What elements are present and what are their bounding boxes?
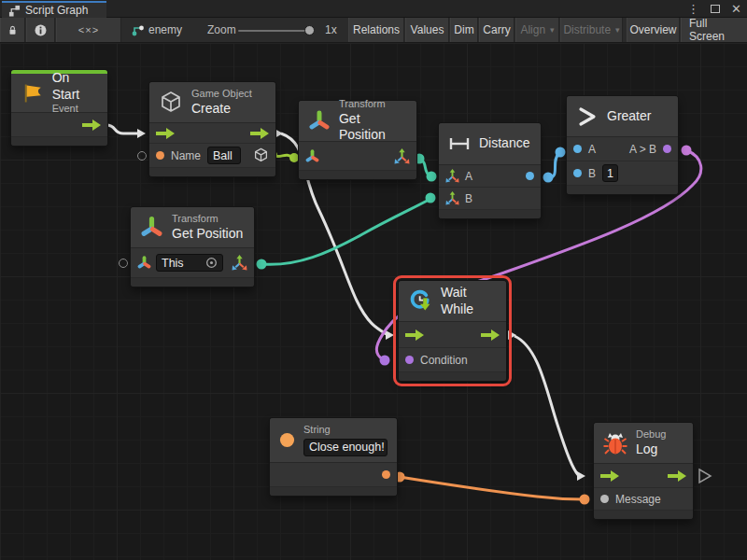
window-maximize-icon[interactable]	[711, 5, 720, 13]
node-title: Greater	[607, 108, 651, 125]
string-input-port[interactable]	[156, 151, 164, 160]
string-output-port[interactable]	[382, 470, 390, 479]
flow-output-port[interactable]	[82, 119, 101, 131]
node-title: Log	[636, 441, 666, 458]
number-input-port[interactable]	[573, 145, 582, 153]
flow-output-port[interactable]	[250, 128, 269, 139]
number-input-port[interactable]	[573, 169, 582, 177]
port-label-b: B	[588, 167, 596, 180]
zoom-slider-handle[interactable]	[304, 25, 315, 35]
node-on-start[interactable]: On Start Event	[11, 70, 107, 146]
greater-icon	[576, 105, 599, 128]
port-label-condition: Condition	[420, 354, 468, 367]
carry-button[interactable]: Carry	[479, 18, 514, 42]
debug-bug-icon	[603, 431, 627, 455]
vector-input-port[interactable]	[445, 191, 459, 205]
fullscreen-button[interactable]: Full Screen	[681, 18, 747, 42]
zoom-label: Zoom	[207, 18, 236, 42]
distribute-button[interactable]: Distribute ▾	[560, 18, 623, 42]
transform-icon	[308, 109, 331, 133]
vector-input-port[interactable]	[445, 169, 459, 183]
node-title: Get Position	[172, 226, 243, 243]
target-value-field[interactable]: This	[156, 254, 223, 272]
node-debug-log[interactable]: Debug Log Message	[594, 423, 693, 519]
flow-input-port[interactable]	[600, 470, 619, 482]
align-label: Align	[520, 23, 545, 36]
flow-input-port[interactable]	[156, 128, 175, 139]
node-distance[interactable]: Distance A B	[439, 123, 541, 218]
tab-title: Script Graph	[25, 4, 88, 17]
distance-icon	[448, 136, 471, 151]
overview-button[interactable]: Overview	[627, 18, 680, 42]
node-get-position-b[interactable]: Transform Get Position This	[131, 207, 254, 287]
dim-button[interactable]: Dim	[450, 18, 478, 42]
b-value-field[interactable]: 1	[602, 164, 618, 182]
node-greater[interactable]: Greater A A > B B 1	[567, 96, 678, 194]
node-type: String	[303, 424, 388, 437]
zoom-value: 1x	[325, 18, 337, 42]
node-type: Debug	[636, 428, 666, 441]
node-title: Distance	[479, 135, 529, 152]
node-title: Create	[191, 101, 252, 118]
port-label-message: Message	[615, 493, 661, 506]
flow-output-port[interactable]	[668, 470, 686, 482]
gameobject-cube-icon	[159, 91, 183, 115]
node-title: On Start	[52, 70, 98, 103]
window-close-icon[interactable]: ✕	[731, 3, 741, 15]
lock-button[interactable]	[0, 18, 25, 42]
node-type: Game Object	[191, 88, 252, 101]
relations-button[interactable]: Relations	[348, 18, 404, 42]
unconnected-port-circle	[137, 151, 147, 161]
transform-input-port[interactable]	[305, 149, 319, 163]
port-label-a: A	[465, 170, 472, 183]
align-button[interactable]: Align ▾	[515, 18, 559, 42]
wait-clock-icon	[408, 287, 433, 315]
number-output-port[interactable]	[526, 172, 534, 180]
port-label-a: A	[588, 143, 596, 156]
graph-toolbar: <×> enemy Zoom 1x Relations Values Dim C…	[0, 18, 747, 43]
window-menu-icon[interactable]: ⋮	[687, 3, 699, 15]
info-icon	[35, 24, 47, 36]
zoom-slider-track[interactable]	[238, 30, 309, 32]
flow-output-port[interactable]	[481, 329, 500, 341]
node-get-position-a[interactable]: Transform Get Position	[299, 101, 416, 179]
graph-name-label: enemy	[148, 18, 182, 42]
transform-icon	[140, 216, 163, 239]
message-input-port[interactable]	[600, 495, 609, 503]
target-value: This	[162, 257, 184, 270]
string-value-field[interactable]: Close enough!	[303, 439, 388, 456]
node-wait-while[interactable]: Wait While Condition	[399, 281, 506, 381]
unconnected-port-circle	[119, 259, 128, 268]
flow-input-port[interactable]	[405, 329, 424, 341]
object-picker-icon[interactable]	[205, 257, 218, 269]
values-button[interactable]: Values	[405, 18, 449, 42]
graph-asset-icon	[132, 24, 144, 36]
graph-icon	[8, 5, 21, 17]
node-title: Get Position	[339, 111, 407, 144]
port-label: Name	[171, 149, 201, 162]
chevron-down-icon: ▾	[615, 25, 620, 35]
info-button[interactable]	[26, 18, 55, 42]
flag-icon	[21, 81, 44, 105]
gameobject-output-port[interactable]	[253, 147, 269, 163]
node-type: Transform	[172, 213, 243, 226]
bool-output-port[interactable]	[663, 145, 671, 153]
port-label-b: B	[465, 192, 472, 205]
name-value-field[interactable]: Ball	[207, 147, 241, 164]
vector-output-port[interactable]	[394, 148, 410, 164]
distribute-label: Distribute	[563, 23, 611, 36]
condition-input-port[interactable]	[405, 356, 414, 364]
node-type: Event	[52, 103, 98, 116]
node-type: Transform	[339, 98, 407, 111]
vector-output-port[interactable]	[232, 255, 247, 271]
string-icon	[279, 427, 295, 453]
tab-script-graph[interactable]: Script Graph	[2, 1, 106, 18]
node-string-literal[interactable]: String Close enough!	[270, 418, 397, 496]
result-label: A > B	[629, 143, 656, 156]
transform-input-port[interactable]	[137, 256, 151, 270]
node-create-gameobject[interactable]: Game Object Create Name Ball	[149, 82, 275, 176]
lock-icon	[8, 24, 17, 36]
unity-script-graph-window: Script Graph ⋮ ✕ <×> en	[0, 0, 747, 560]
code-preview-button[interactable]: <×>	[56, 18, 121, 42]
node-title: Wait While	[441, 285, 497, 317]
